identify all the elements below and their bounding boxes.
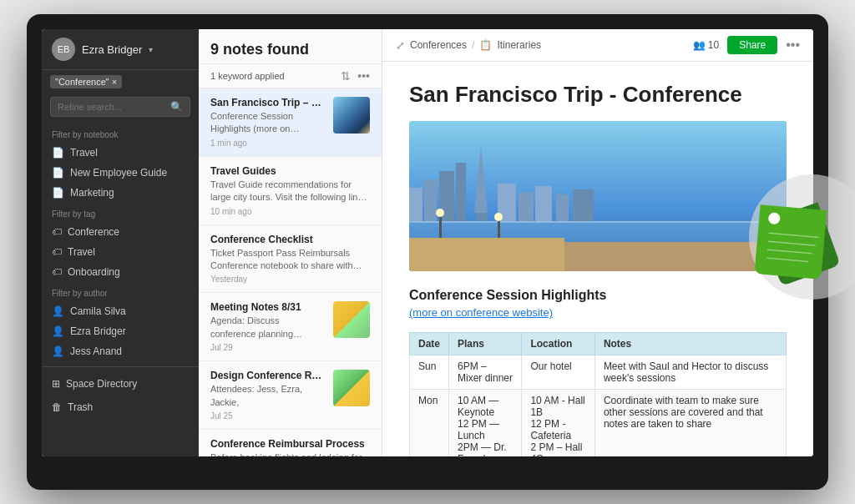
grid-icon: ⊞ <box>52 378 60 390</box>
people-icon: 👥 <box>693 39 706 51</box>
note-text: Conference Checklist Ticket Passport Pas… <box>210 234 370 285</box>
sidebar-item-label: Travel <box>68 246 95 258</box>
avatar: EB <box>52 38 75 61</box>
sidebar-item-label: Onboarding <box>68 266 120 278</box>
section-heading: Conference Session Highlights <box>409 288 787 303</box>
tag-icon: 🏷 <box>52 226 62 238</box>
keyword-badge: 1 keyword applied <box>210 71 285 81</box>
search-tag-row: "Conference" × <box>42 70 199 93</box>
note-text: Meeting Notes 8/31 Agenda: Discuss confe… <box>210 301 326 352</box>
note-item-sf-trip[interactable]: San Francisco Trip – Confer... Conferenc… <box>199 88 382 157</box>
note-snippet: Ticket Passport Pass Reimbursals Confere… <box>210 247 370 273</box>
svg-rect-2 <box>409 188 422 221</box>
sidebar-item-onboarding[interactable]: 🏷 Onboarding <box>42 262 199 282</box>
note-title: Travel Guides <box>210 165 370 177</box>
person-icon: 👤 <box>52 345 64 357</box>
breadcrumb: ⤢ Conferences / 📋 Itineraries <box>396 39 541 52</box>
sidebar-item-conference[interactable]: 🏷 Conference <box>42 222 199 242</box>
note-snippet: Agenda: Discuss conference planning Reco… <box>210 315 326 340</box>
note-title: Conference Reimbursal Process <box>210 438 370 450</box>
svg-rect-10 <box>535 186 552 221</box>
note-item-design-conf[interactable]: Design Conference Reserve 2018 Attendees… <box>199 361 382 430</box>
breadcrumb-separator: / <box>472 39 474 51</box>
sidebar-item-label: Conference <box>68 226 119 238</box>
note-snippet: Attendees: Jess, Ezra, Jackie, <box>210 383 326 409</box>
breadcrumb-icon: 📋 <box>479 39 492 51</box>
note-title: Design Conference Reserve 2018 <box>210 370 326 381</box>
note-snippet: Travel Guide recommendations for large c… <box>210 179 370 204</box>
collab-count: 👥 10 <box>693 39 719 51</box>
share-button[interactable]: Share <box>727 36 777 54</box>
main-toolbar: ⤢ Conferences / 📋 Itineraries 👥 10 Share… <box>382 29 813 62</box>
svg-rect-3 <box>424 179 437 221</box>
breadcrumb-conferences[interactable]: Conferences <box>410 39 467 51</box>
sidebar-item-label: Ezra Bridger <box>70 325 126 337</box>
person-icon: 👤 <box>52 325 64 337</box>
sidebar-item-label: Camila Silva <box>70 305 126 317</box>
note-text: Design Conference Reserve 2018 Attendees… <box>210 370 326 421</box>
sidebar-item-jess[interactable]: 👤 Jess Anand <box>42 341 199 361</box>
svg-rect-5 <box>456 163 466 221</box>
note-time: Jul 25 <box>210 411 326 421</box>
svg-rect-9 <box>519 192 534 221</box>
note-title: Conference Checklist <box>210 234 370 245</box>
filter-notebook-label: Filter by notebook <box>42 123 199 143</box>
more-icon[interactable]: ••• <box>357 69 370 83</box>
note-item-checklist[interactable]: Conference Checklist Ticket Passport Pas… <box>199 225 382 294</box>
table-cell-plans: 10 AM — Keynote 12 PM — Lunch 2PM — Dr. … <box>449 390 522 457</box>
notes-subheader: 1 keyword applied ⇅ ••• <box>199 64 382 88</box>
tag-icon: 🏷 <box>52 266 62 278</box>
refine-search-input[interactable] <box>58 102 167 112</box>
note-item-travel-guides[interactable]: Travel Guides Travel Guide recommendatio… <box>199 157 382 225</box>
note-text: Travel Guides Travel Guide recommendatio… <box>210 165 370 216</box>
arrows-icon[interactable]: ⤢ <box>396 39 405 52</box>
sidebar-item-label: Space Directory <box>66 378 137 390</box>
tag-icon: 🏷 <box>52 246 62 258</box>
notebook-icon: 📄 <box>52 187 64 199</box>
sidebar-item-new-employee[interactable]: 📄 New Employee Guide <box>42 163 199 183</box>
svg-rect-15 <box>564 242 787 271</box>
sidebar-item-trash[interactable]: 🗑 Trash <box>42 396 199 419</box>
sidebar: EB Ezra Bridger ▾ "Conference" × 🔍 <box>42 29 199 456</box>
note-view: San Francisco Trip - Conference <box>382 62 813 456</box>
table-header-notes: Notes <box>594 333 786 355</box>
sidebar-item-label: Marketing <box>70 187 114 199</box>
notes-scroll: San Francisco Trip – Confer... Conferenc… <box>199 88 382 456</box>
notes-list-panel: 9 notes found 1 keyword applied ⇅ ••• Sa… <box>199 29 382 456</box>
sidebar-item-ezra[interactable]: 👤 Ezra Bridger <box>42 321 199 341</box>
refine-search-field[interactable]: 🔍 <box>50 97 190 117</box>
trash-icon: 🗑 <box>52 401 62 413</box>
sidebar-header: EB Ezra Bridger ▾ <box>42 29 199 70</box>
note-snippet: Conference Session Highlights (more on c… <box>210 110 326 136</box>
user-name: Ezra Bridger <box>82 43 142 56</box>
sidebar-item-label: New Employee Guide <box>70 167 167 179</box>
table-cell-plans: 6PM – Mixer dinner <box>449 355 522 390</box>
section-link[interactable]: (more on conference website) <box>409 306 787 319</box>
sidebar-item-travel-tag[interactable]: 🏷 Travel <box>42 242 199 262</box>
breadcrumb-itineraries[interactable]: Itineraries <box>497 39 541 51</box>
note-thumbnail <box>333 97 370 134</box>
note-text: San Francisco Trip – Confer... Conferenc… <box>210 97 326 148</box>
person-icon: 👤 <box>52 305 64 317</box>
svg-rect-7 <box>477 213 488 221</box>
refine-search-row: 🔍 <box>42 93 199 123</box>
note-item-reimbursal[interactable]: Conference Reimbursal Process Before boo… <box>199 430 382 456</box>
svg-point-17 <box>436 209 444 217</box>
sidebar-item-space-directory[interactable]: ⊞ Space Directory <box>42 372 199 396</box>
note-view-title: San Francisco Trip - Conference <box>409 82 787 108</box>
sidebar-item-marketing[interactable]: 📄 Marketing <box>42 183 199 203</box>
sidebar-item-label: Travel <box>70 147 98 159</box>
chevron-down-icon[interactable]: ▾ <box>149 45 153 54</box>
sort-icon[interactable]: ⇅ <box>341 69 351 83</box>
note-hero-image <box>409 121 787 271</box>
search-tag-chip[interactable]: "Conference" × <box>50 75 122 88</box>
table-row: Mon 10 AM — Keynote 12 PM — Lunch 2PM — … <box>410 390 787 457</box>
sidebar-item-camila[interactable]: 👤 Camila Silva <box>42 301 199 321</box>
note-snippet: Before booking flights and lodging for c… <box>210 451 370 456</box>
note-item-meeting-notes[interactable]: Meeting Notes 8/31 Agenda: Discuss confe… <box>199 293 382 361</box>
sidebar-item-label: Jess Anand <box>70 345 122 357</box>
sidebar-item-travel[interactable]: 📄 Travel <box>42 143 199 163</box>
more-options-button[interactable]: ••• <box>786 38 800 53</box>
svg-rect-11 <box>556 194 569 221</box>
svg-point-19 <box>494 213 503 221</box>
